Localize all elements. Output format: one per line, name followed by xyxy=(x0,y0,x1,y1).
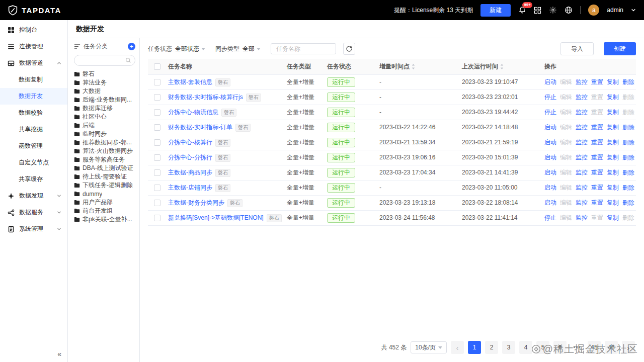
sidebar-item-shared-cache[interactable]: 共享缓存 xyxy=(0,171,67,188)
tree-item[interactable]: 后端-业务数据同... xyxy=(74,96,135,104)
page-button-4[interactable]: 4 xyxy=(519,341,532,354)
task-name-link[interactable]: 财务数据-实时指标-核算行js xyxy=(168,94,243,101)
page-ellipsis[interactable]: ••• xyxy=(571,341,584,354)
tree-item[interactable]: 后端 xyxy=(74,121,135,130)
op-delete-link[interactable]: 删除 xyxy=(622,154,634,161)
op-reset-link[interactable]: 重置 xyxy=(591,124,603,131)
op-monitor-link[interactable]: 监控 xyxy=(576,184,588,191)
task-name-link[interactable]: 主数据-财务分类同步 xyxy=(168,199,224,206)
tree-item[interactable]: 算法业务 xyxy=(74,78,135,87)
tree-item[interactable]: 临时同步 xyxy=(74,130,135,138)
page-button-3[interactable]: 3 xyxy=(502,341,515,354)
next-page-button[interactable]: › xyxy=(622,341,635,354)
tree-item[interactable]: 服务等紧高任务 xyxy=(74,155,135,164)
op-delete-link[interactable]: 删除 xyxy=(622,199,634,206)
page-button-5[interactable]: 5 xyxy=(536,341,549,354)
task-search[interactable] xyxy=(271,43,336,54)
op-start-link[interactable]: 启动 xyxy=(544,124,556,131)
op-monitor-link[interactable]: 监控 xyxy=(576,199,588,206)
op-monitor-link[interactable]: 监控 xyxy=(576,78,588,85)
sidebar-item-data-pipeline[interactable]: 数据管道 xyxy=(0,55,67,71)
tree-item[interactable]: 磐石 xyxy=(74,70,135,78)
page-size-select[interactable]: 10条/页 xyxy=(411,341,447,353)
op-start-link[interactable]: 启动 xyxy=(544,184,556,191)
op-delete-link[interactable]: 删除 xyxy=(622,184,634,191)
prev-page-button[interactable]: ‹ xyxy=(451,341,464,354)
page-button-1[interactable]: 1 xyxy=(468,341,481,354)
op-monitor-link[interactable]: 监控 xyxy=(576,139,588,146)
tree-item[interactable]: 前台开发组 xyxy=(74,207,135,215)
category-search-input[interactable] xyxy=(78,56,125,64)
task-name-link[interactable]: 分拣中心-物流信息 xyxy=(168,109,218,116)
new-button[interactable]: 新建 xyxy=(480,4,511,17)
page-button-6[interactable]: 6 xyxy=(553,341,567,354)
op-start-link[interactable]: 启动 xyxy=(544,169,556,176)
op-copy-link[interactable]: 复制 xyxy=(607,184,619,191)
page-button-45[interactable]: 45 xyxy=(588,341,601,354)
sidebar-item-shared-mining[interactable]: 共享挖掘 xyxy=(0,121,67,138)
op-monitor-link[interactable]: 监控 xyxy=(576,124,588,131)
create-button[interactable]: 创建 xyxy=(604,42,636,55)
sidebar-item-data-discovery[interactable]: 数据发现 xyxy=(0,188,67,204)
tree-item[interactable]: 算法-火山数据同步 xyxy=(74,147,135,155)
sidebar-collapse-button[interactable]: « xyxy=(57,350,61,358)
row-checkbox[interactable] xyxy=(154,79,160,85)
task-name-link[interactable]: 主数据-套装信息 xyxy=(168,78,212,85)
category-search[interactable] xyxy=(74,55,135,66)
import-button[interactable]: 导入 xyxy=(560,42,594,55)
op-copy-link[interactable]: 复制 xyxy=(607,169,619,176)
row-checkbox[interactable] xyxy=(154,215,160,221)
tree-item[interactable]: 非pk关联-全量补... xyxy=(74,215,135,224)
row-checkbox[interactable] xyxy=(154,200,160,206)
op-stop-link[interactable]: 停止 xyxy=(544,109,556,116)
tree-item[interactable]: 下线任务-逻辑删除 xyxy=(74,181,135,190)
apps-grid-icon[interactable] xyxy=(534,7,541,14)
sidebar-item-data-service[interactable]: 数据服务 xyxy=(0,204,67,221)
op-monitor-link[interactable]: 监控 xyxy=(576,94,588,101)
task-name-link[interactable]: 主数据-商品同步 xyxy=(168,169,212,176)
refresh-button[interactable] xyxy=(343,43,355,55)
op-copy-link[interactable]: 复制 xyxy=(607,124,619,131)
op-reset-link[interactable]: 重置 xyxy=(591,78,603,85)
op-monitor-link[interactable]: 监控 xyxy=(576,154,588,161)
sidebar-item-data-development[interactable]: 数据开发 xyxy=(0,88,67,105)
op-delete-link[interactable]: 删除 xyxy=(622,169,634,176)
task-name-link[interactable]: 分拣中心-核算行 xyxy=(168,139,212,146)
tree-item[interactable]: DBA-线上测试验证 xyxy=(74,164,135,172)
task-name-link[interactable]: 新兑换码[Sven]->基础数据[TENON] xyxy=(168,214,264,221)
op-copy-link[interactable]: 复制 xyxy=(607,199,619,206)
op-copy-link[interactable]: 复制 xyxy=(607,154,619,161)
op-reset-link[interactable]: 重置 xyxy=(591,184,603,191)
op-start-link[interactable]: 启动 xyxy=(544,154,556,161)
sidebar-item-system-management[interactable]: 系统管理 xyxy=(0,221,67,237)
row-checkbox[interactable] xyxy=(154,109,160,116)
notification-bell-icon[interactable]: 99+ xyxy=(518,6,526,14)
sidebar-item-data-validation[interactable]: 数据校验 xyxy=(0,105,67,121)
sidebar-item-connections[interactable]: 连接管理 xyxy=(0,38,67,55)
row-checkbox[interactable] xyxy=(154,185,160,191)
task-search-input[interactable] xyxy=(275,45,332,53)
tree-item[interactable]: 推荐数据同步-郭... xyxy=(74,138,135,147)
sort-icon[interactable] xyxy=(500,63,504,70)
row-checkbox[interactable] xyxy=(154,154,160,161)
task-name-link[interactable]: 主数据-店铺同步 xyxy=(168,184,212,191)
task-status-filter[interactable]: 任务状态 全部状态 xyxy=(148,45,205,53)
select-all-checkbox[interactable] xyxy=(154,63,160,70)
page-button-46[interactable]: 46 xyxy=(605,341,618,354)
op-copy-link[interactable]: 复制 xyxy=(607,78,619,85)
op-stop-link[interactable]: 停止 xyxy=(544,214,556,221)
tree-item[interactable]: 待上线-需要验证 xyxy=(74,172,135,181)
brand-logo[interactable]: TAPDATA xyxy=(8,5,61,16)
row-checkbox[interactable] xyxy=(154,124,160,131)
op-stop-link[interactable]: 停止 xyxy=(544,94,556,101)
op-monitor-link[interactable]: 监控 xyxy=(576,169,588,176)
task-name-link[interactable]: 财务数据-实时指标-订单 xyxy=(168,124,232,131)
op-copy-link[interactable]: 复制 xyxy=(607,109,619,116)
sort-icon[interactable] xyxy=(411,63,416,70)
op-start-link[interactable]: 启动 xyxy=(544,139,556,146)
op-reset-link[interactable]: 重置 xyxy=(591,199,603,206)
op-copy-link[interactable]: 复制 xyxy=(607,214,619,221)
sidebar-item-custom-node[interactable]: 自定义节点 xyxy=(0,154,67,171)
row-checkbox[interactable] xyxy=(154,169,160,176)
row-checkbox[interactable] xyxy=(154,139,160,146)
